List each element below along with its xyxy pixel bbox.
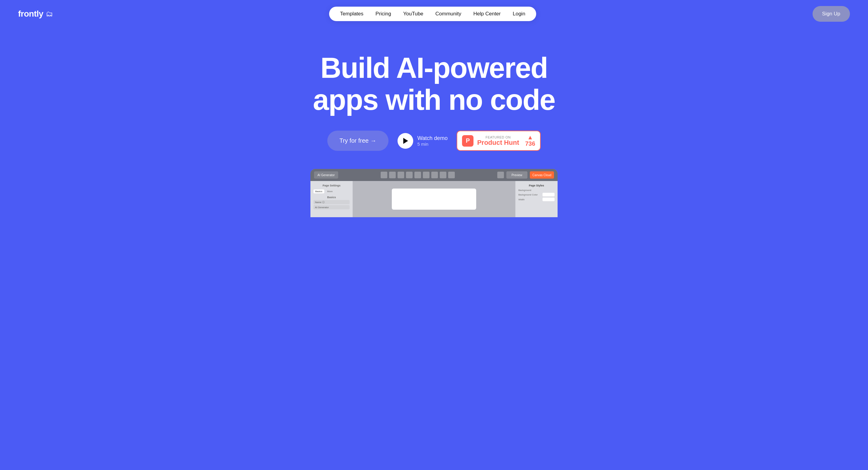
watch-demo-label: Watch demo	[417, 135, 447, 142]
toolbar-icon-3	[398, 172, 404, 178]
ph-name: Product Hunt	[477, 139, 519, 146]
watch-demo-text: Watch demo 5 min	[417, 135, 447, 147]
play-icon	[403, 138, 408, 144]
ph-arrow-icon: ▲	[527, 134, 533, 140]
toolbar-preview-button[interactable]: Preview	[506, 171, 527, 179]
tab-basics[interactable]: Basics	[313, 189, 324, 194]
ph-count: 736	[525, 140, 535, 147]
hero-title-line2: apps with no code	[313, 84, 555, 116]
toolbar-ai-label: AI Generator	[317, 173, 335, 177]
sidebar-name-item: Name ⓘ	[313, 200, 350, 204]
logo-icon: 🗂	[46, 10, 53, 18]
try-free-label: Try for free →	[339, 137, 376, 144]
tab-more[interactable]: More	[326, 189, 335, 194]
nav-item-templates[interactable]: Templates	[340, 11, 363, 17]
sidebar-page-settings: Page Settings	[313, 184, 350, 187]
sidebar-basics: Basics Name ⓘ AI Generator	[313, 196, 350, 209]
basics-title: Basics	[313, 196, 350, 199]
nav-item-pricing[interactable]: Pricing	[375, 11, 391, 17]
hero-section: Build AI-powered apps with no code Try f…	[0, 28, 868, 235]
right-width-row: Width	[518, 198, 555, 201]
toolbar-icon-1	[381, 172, 387, 178]
toolbar-settings-icon	[497, 172, 504, 178]
sidebar-left: Page Settings Basics More Basics Name ⓘ …	[310, 181, 352, 217]
right-bg-color-row: Background Color	[518, 193, 555, 196]
toolbar-icon-5	[414, 172, 421, 178]
header: frontly 🗂 Templates Pricing YouTube Comm…	[0, 0, 868, 28]
nav-item-help-center[interactable]: Help Center	[473, 11, 501, 17]
hero-title: Build AI-powered apps with no code	[313, 52, 555, 116]
try-free-button[interactable]: Try for free →	[327, 130, 389, 151]
toolbar-right: Preview Canvas Cloud	[497, 171, 554, 179]
play-button[interactable]	[398, 133, 413, 149]
toolbar-icon-8	[440, 172, 446, 178]
toolbar-ai-generator: AI Generator	[314, 171, 338, 179]
toolbar-icon-7	[431, 172, 438, 178]
signup-button[interactable]: Sign Up	[812, 6, 850, 22]
product-hunt-text: FEATURED ON Product Hunt	[477, 136, 519, 146]
action-label: Canvas Cloud	[532, 173, 552, 177]
sidebar-ai-generator-item: AI Generator	[313, 205, 350, 209]
right-background-row: Background	[518, 189, 555, 192]
product-hunt-badge[interactable]: P FEATURED ON Product Hunt ▲ 736	[457, 130, 541, 151]
page-wrapper: frontly 🗂 Templates Pricing YouTube Comm…	[0, 0, 868, 470]
canvas-widget	[392, 188, 476, 210]
toolbar-icon-2	[389, 172, 396, 178]
toolbar-icons	[341, 172, 495, 178]
app-preview: AI Generator	[292, 169, 576, 217]
width-label: Width	[518, 198, 524, 201]
preview-label: Preview	[512, 173, 522, 177]
canvas-area	[352, 181, 516, 217]
background-label: Background	[518, 189, 531, 192]
page-settings-title: Page Settings	[313, 184, 350, 187]
logo[interactable]: frontly 🗂	[18, 9, 53, 19]
nav-item-community[interactable]: Community	[435, 11, 461, 17]
hero-title-line1: Build AI-powered	[320, 52, 548, 84]
app-preview-body: Page Settings Basics More Basics Name ⓘ …	[310, 181, 558, 217]
toolbar-icon-4	[406, 172, 412, 178]
sidebar-tabs: Basics More	[313, 189, 350, 194]
watch-demo-duration: 5 min	[417, 142, 447, 147]
nav-item-login[interactable]: Login	[513, 11, 525, 17]
toolbar-icon-9	[448, 172, 455, 178]
hero-actions: Try for free → Watch demo 5 min P FEATUR…	[327, 130, 541, 151]
logo-text: frontly	[18, 9, 43, 19]
toolbar-icon-6	[423, 172, 430, 178]
ph-votes: ▲ 736	[525, 134, 535, 147]
width-value[interactable]	[542, 198, 555, 201]
app-preview-toolbar: AI Generator	[310, 169, 558, 181]
nav-item-youtube[interactable]: YouTube	[403, 11, 424, 17]
watch-demo[interactable]: Watch demo 5 min	[398, 133, 447, 149]
product-hunt-icon: P	[462, 135, 473, 147]
bg-color-value[interactable]	[542, 193, 555, 196]
sidebar-right: Page Styles Background Background Color …	[516, 181, 558, 217]
nav-container: Templates Pricing YouTube Community Help…	[329, 7, 536, 21]
toolbar-action-button[interactable]: Canvas Cloud	[530, 171, 554, 179]
ph-featured-on: FEATURED ON	[477, 136, 519, 139]
right-section-title: Page Styles	[518, 184, 555, 187]
bg-color-label: Background Color	[518, 194, 538, 196]
app-preview-container: AI Generator	[310, 169, 558, 217]
